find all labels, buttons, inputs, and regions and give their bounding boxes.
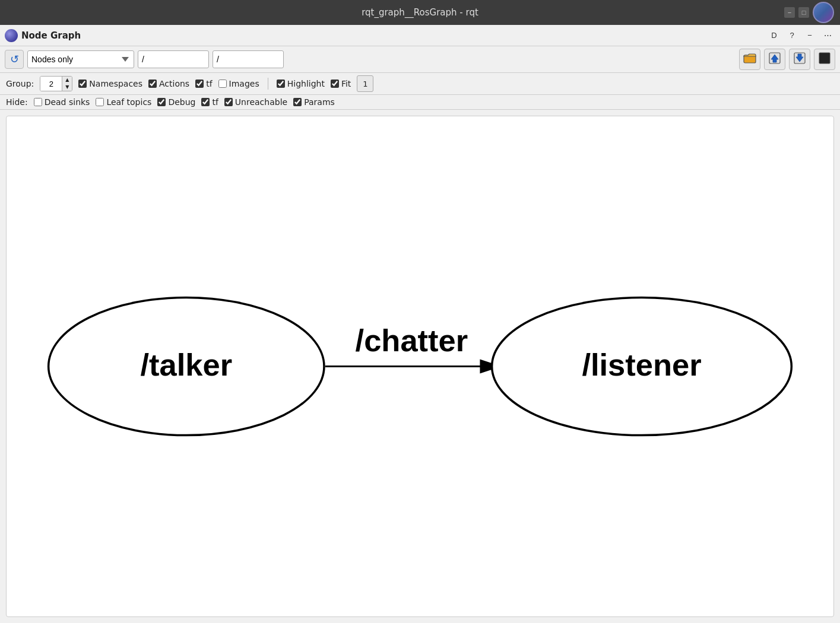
images-checkbox[interactable] <box>218 80 227 88</box>
tf-option-checkbox[interactable] <box>195 80 204 88</box>
actions-label[interactable]: Actions <box>148 79 189 88</box>
group-label: Group: <box>6 79 34 88</box>
refresh-button[interactable]: ↺ <box>5 50 24 69</box>
namespaces-label[interactable]: Namespaces <box>78 79 142 88</box>
dash-button[interactable]: − <box>802 28 817 43</box>
dead-sinks-label[interactable]: Dead sinks <box>34 97 90 107</box>
group-spinner[interactable]: ▲ ▼ <box>40 76 72 91</box>
fit-label[interactable]: Fit <box>331 79 351 88</box>
load-button[interactable] <box>764 49 785 70</box>
help-button[interactable]: ? <box>784 28 800 43</box>
title-bar-controls: − □ <box>784 2 834 23</box>
numbered-button[interactable]: 1 <box>357 75 373 92</box>
leaf-topics-checkbox[interactable] <box>96 98 104 106</box>
menu-bar-icons: D ? − ⋯ <box>766 28 835 43</box>
debug-label[interactable]: Debug <box>157 97 195 107</box>
highlight-checkbox[interactable] <box>277 80 285 88</box>
talker-label: /talker <box>141 347 233 382</box>
group-value-input[interactable] <box>40 77 62 91</box>
tf-option-label[interactable]: tf <box>195 79 212 88</box>
hide-tf-label[interactable]: tf <box>201 97 218 107</box>
params-checkbox[interactable] <box>293 98 302 106</box>
dead-sinks-checkbox[interactable] <box>34 98 42 106</box>
toolbar-row: ↺ Nodes only Nodes/Topics (active) Nodes… <box>0 46 840 73</box>
actions-checkbox[interactable] <box>148 80 157 88</box>
highlight-label[interactable]: Highlight <box>277 79 325 88</box>
window-title: rqt_graph__RosGraph - rqt <box>362 7 478 18</box>
more-button[interactable]: ⋯ <box>820 28 835 43</box>
app-globe-icon <box>5 29 18 42</box>
spinner-arrows: ▲ ▼ <box>62 77 72 91</box>
options-row: Group: ▲ ▼ Namespaces Actions tf Images <box>0 73 840 95</box>
d-button[interactable]: D <box>766 28 782 43</box>
spinner-down[interactable]: ▼ <box>62 84 72 91</box>
refresh-icon: ↺ <box>10 53 19 66</box>
graph-svg: /talker /chatter /listener <box>7 116 833 616</box>
export-button[interactable] <box>789 49 810 70</box>
save-button[interactable] <box>739 49 760 70</box>
params-label[interactable]: Params <box>293 97 335 107</box>
separator-1 <box>268 78 268 90</box>
minimize-button[interactable]: − <box>784 7 795 18</box>
leaf-topics-label[interactable]: Leaf topics <box>96 97 151 107</box>
filter2-input[interactable] <box>213 50 284 68</box>
namespaces-checkbox[interactable] <box>78 80 87 88</box>
hide-row: Hide: Dead sinks Leaf topics Debug tf Un… <box>0 95 840 110</box>
maximize-button[interactable]: □ <box>798 7 809 18</box>
app-container: Node Graph D ? − ⋯ ↺ Nodes only Nodes/To… <box>0 25 840 623</box>
close-button[interactable] <box>813 2 834 23</box>
images-label[interactable]: Images <box>218 79 259 88</box>
save-icon <box>743 52 756 66</box>
screenshot-button[interactable] <box>814 49 835 70</box>
svg-rect-5 <box>819 53 830 63</box>
unreachable-label[interactable]: Unreachable <box>224 97 287 107</box>
filter1-input[interactable] <box>138 50 209 68</box>
edge-label: /chatter <box>356 323 468 358</box>
unreachable-checkbox[interactable] <box>224 98 233 106</box>
listener-label: /listener <box>582 347 701 382</box>
app-title: Node Graph <box>21 30 766 41</box>
debug-checkbox[interactable] <box>157 98 166 106</box>
screenshot-icon <box>818 52 831 67</box>
hide-label: Hide: <box>6 97 28 107</box>
spinner-up[interactable]: ▲ <box>62 77 72 84</box>
load-icon <box>768 52 781 67</box>
fit-checkbox[interactable] <box>331 80 339 88</box>
graph-area[interactable]: /talker /chatter /listener <box>6 116 834 617</box>
title-bar: rqt_graph__RosGraph - rqt − □ <box>0 0 840 25</box>
menu-bar: Node Graph D ? − ⋯ <box>0 25 840 46</box>
export-icon <box>793 52 806 67</box>
hide-tf-checkbox[interactable] <box>201 98 210 106</box>
view-mode-dropdown[interactable]: Nodes only Nodes/Topics (active) Nodes/T… <box>27 50 134 68</box>
